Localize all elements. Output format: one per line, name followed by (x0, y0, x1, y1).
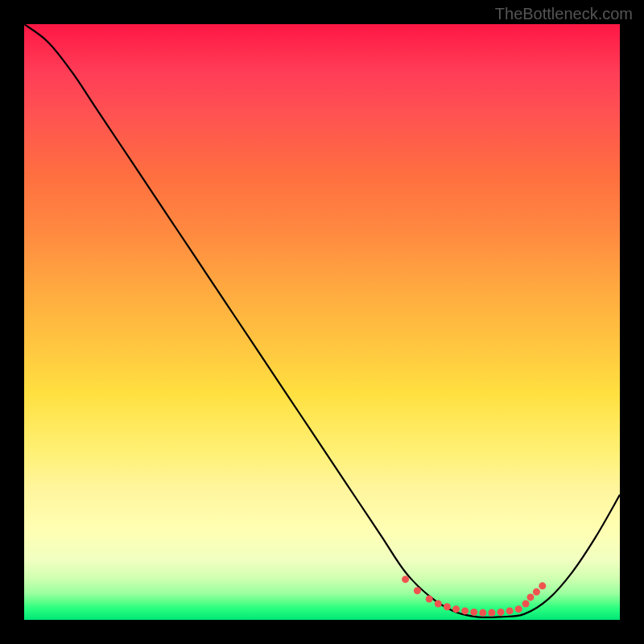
marker-dot (452, 605, 460, 613)
marker-dot (539, 582, 546, 589)
marker-dot (497, 609, 505, 616)
marker-dot (470, 609, 477, 616)
marker-dot (506, 607, 514, 614)
marker-dot (479, 609, 486, 617)
marker-dot (402, 576, 409, 583)
chart-container: TheBottleneck.com (0, 0, 644, 644)
marker-dot (444, 603, 451, 610)
marker-dot (533, 588, 540, 596)
marker-dot (414, 587, 421, 594)
optimal-range-markers (402, 576, 546, 616)
marker-dot (461, 607, 469, 614)
marker-dot (515, 605, 522, 613)
marker-dot (435, 601, 442, 608)
marker-dot (426, 596, 433, 603)
plot-area (24, 24, 620, 620)
marker-dot (522, 601, 530, 608)
watermark-text: TheBottleneck.com (495, 5, 633, 23)
marker-dot (488, 609, 495, 617)
marker-layer (24, 24, 620, 620)
marker-dot (527, 593, 535, 601)
